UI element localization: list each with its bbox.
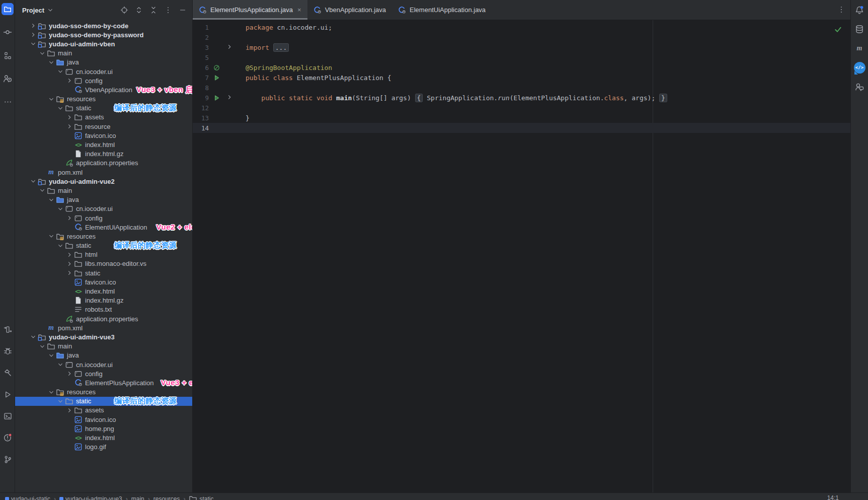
expand-all-button[interactable] [134,6,143,15]
breadcrumb-item[interactable]: yudao-ui-admin-vue3 [59,495,122,500]
tree-row[interactable]: html [15,250,192,259]
chevron-down-icon[interactable] [38,343,46,350]
more-vertical-button[interactable] [164,6,173,15]
tool-button-code-chat[interactable]: </> [853,61,865,74]
tool-button-run[interactable] [2,388,14,400]
tree-row[interactable]: application.properties [15,159,192,168]
tree-row[interactable]: config [15,76,192,85]
tree-row[interactable]: static [15,268,192,277]
chevron-right-icon[interactable] [29,22,37,29]
tree-row[interactable]: resources [15,95,192,104]
tool-button-notifications[interactable] [853,4,865,16]
locate-button[interactable] [120,6,129,15]
tool-button-services[interactable] [2,323,14,335]
tree-row[interactable]: cn.iocoder.ui [15,360,192,369]
breadcrumb-item[interactable]: static [189,494,213,500]
tool-button-terminal[interactable] [2,410,14,422]
tree-row[interactable]: main [15,49,192,58]
tool-button-commit[interactable] [2,26,14,38]
tree-row[interactable]: VbenApplicationVue3 + vben 启动类 [15,85,192,94]
chevron-down-icon[interactable] [47,59,55,66]
chevron-down-icon[interactable] [47,233,55,240]
tool-button-build[interactable] [2,367,14,379]
editor-tab[interactable]: ElementUiApplication.java [392,0,492,20]
tree-row[interactable]: yudao-ui-admin-vue3 [15,332,192,341]
tool-button-pull-requests[interactable] [2,73,14,85]
tool-button-debug[interactable] [2,345,14,357]
chevron-right-icon[interactable] [65,114,73,121]
tree-row[interactable]: resources [15,388,192,397]
chevron-right-icon[interactable] [65,123,73,130]
chevron-down-icon[interactable] [47,96,55,103]
tree-row[interactable]: favicon.ico [15,277,192,287]
chevron-down-icon[interactable] [38,50,46,57]
chevron-right-icon[interactable] [65,251,73,258]
tree-row[interactable]: java [15,58,192,67]
breadcrumb-item[interactable]: resources [153,495,180,500]
collapse-all-button[interactable] [149,6,158,15]
tool-button-version-control[interactable] [2,453,14,465]
tree-row[interactable]: java [15,195,192,204]
chevron-right-icon[interactable] [65,407,73,414]
chevron-down-icon[interactable] [56,398,64,405]
tool-button-database[interactable] [853,23,865,35]
run-gutter-icon[interactable] [213,74,220,82]
tool-button-ai-assistant[interactable] [853,81,865,93]
tool-button-more[interactable] [2,96,14,108]
close-icon[interactable]: × [297,6,301,14]
tree-row[interactable]: main [15,342,192,351]
chevron-right-icon[interactable] [65,269,73,276]
fold-chevron-icon[interactable] [226,43,233,52]
folded-region[interactable]: } [659,94,667,102]
chevron-right-icon[interactable] [65,77,73,84]
tree-row[interactable]: yudao-sso-demo-by-password [15,30,192,39]
tree-row[interactable]: mpom.xml [15,323,192,332]
chevron-down-icon[interactable] [29,40,37,47]
breadcrumb-item[interactable]: yudao-ui-static [5,495,50,500]
tree-row[interactable]: libs.monaco-editor.vs [15,259,192,268]
tool-button-maven[interactable]: m [853,42,865,54]
tree-row[interactable]: cn.iocoder.ui [15,204,192,213]
chevron-right-icon[interactable] [65,370,73,377]
tree-row[interactable]: resources [15,232,192,241]
chevron-down-icon[interactable] [47,7,54,14]
folded-region[interactable]: ... [273,43,289,52]
chevron-down-icon[interactable] [47,352,55,359]
chevron-down-icon[interactable] [38,187,46,194]
tree-row[interactable]: application.properties [15,314,192,323]
tree-row[interactable]: <>index.html [15,287,192,296]
code-editor[interactable]: 1package cn.iocoder.ui;23import ...56@Sp… [193,20,850,492]
tree-row[interactable]: favicon.ico [15,131,192,140]
tree-row[interactable]: mpom.xml [15,168,192,177]
tree-row[interactable]: resource [15,122,192,131]
tree-row[interactable]: ElementUiApplicationVue2 + element-ui 启动… [15,223,192,232]
chevron-down-icon[interactable] [56,242,64,249]
fold-chevron-icon[interactable] [226,94,233,102]
tree-row[interactable]: index.html.gz [15,296,192,305]
tree-row[interactable]: cn.iocoder.ui [15,67,192,76]
editor-tab[interactable]: VbenApplication.java [307,0,392,20]
chevron-down-icon[interactable] [56,68,64,75]
caret-position[interactable]: 14:1 [827,494,839,500]
tree-row[interactable]: static编译后的静态资源 [15,104,192,113]
run-gutter-icon[interactable] [213,94,220,102]
tree-row[interactable]: home.png [15,424,192,433]
editor-options-icon[interactable] [837,6,845,16]
breadcrumb-item[interactable]: main [131,495,144,500]
tree-row[interactable]: java [15,351,192,360]
tree-row[interactable]: main [15,186,192,195]
chevron-down-icon[interactable] [56,105,64,112]
tree-row[interactable]: yudao-sso-demo-by-code [15,21,192,30]
chevron-down-icon[interactable] [56,361,64,368]
hide-button[interactable] [178,6,187,15]
tree-row[interactable]: <>index.html [15,140,192,149]
tree-row[interactable]: yudao-ui-admin-vben [15,39,192,48]
tree-row[interactable]: <>index.html [15,433,192,442]
tree-row[interactable]: index.html.gz [15,150,192,159]
chevron-right-icon[interactable] [65,215,73,222]
project-panel-title[interactable]: Project [22,7,44,14]
tree-row[interactable]: config [15,213,192,223]
tree-row[interactable]: static编译后的静态资源 [15,241,192,250]
tree-row[interactable]: assets [15,113,192,122]
tool-button-structure[interactable] [2,49,14,61]
